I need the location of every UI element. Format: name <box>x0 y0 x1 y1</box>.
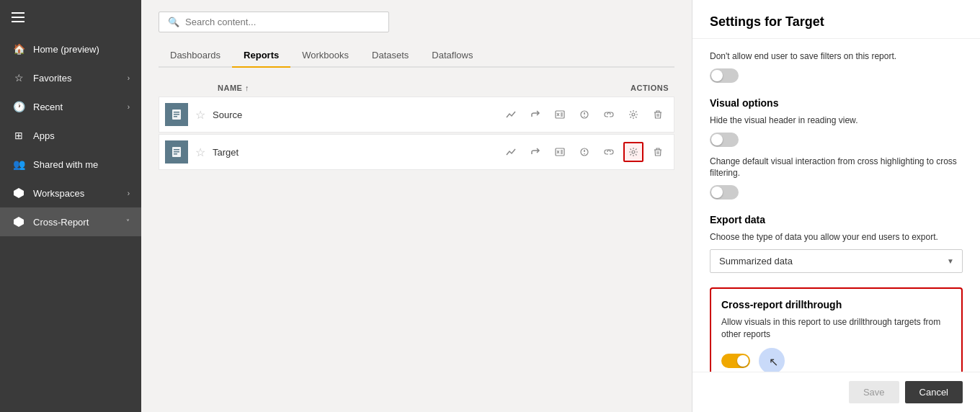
tabs: Dashboards Reports Workbooks Datasets Da… <box>159 44 674 68</box>
sidebar-item-shared[interactable]: 👥 Shared with me <box>0 150 141 179</box>
svg-marker-1 <box>14 217 24 227</box>
cursor-hover-indicator: ↖ <box>759 348 785 372</box>
sidebar: 🏠 Home (preview) ☆ Favorites › 🕐 Recent … <box>0 0 141 412</box>
interaction-toggle-container <box>710 185 963 200</box>
share-action-icon[interactable] <box>525 104 545 125</box>
sidebar-item-cross-report[interactable]: Cross-Report ˅ <box>0 207 141 236</box>
delete-action-icon[interactable] <box>648 142 668 162</box>
sidebar-item-favorites[interactable]: ☆ Favorites › <box>0 63 141 92</box>
link-action-icon[interactable] <box>599 142 619 162</box>
svg-point-26 <box>584 153 585 155</box>
insight-action-icon[interactable] <box>574 142 594 162</box>
sidebar-item-home[interactable]: 🏠 Home (preview) <box>0 35 141 63</box>
tab-datasets[interactable]: Datasets <box>360 44 420 68</box>
cross-report-section: Cross-report drillthrough Allow visuals … <box>710 287 963 372</box>
tab-reports[interactable]: Reports <box>232 44 290 68</box>
settings-header: Settings for Target <box>692 0 980 39</box>
svg-marker-0 <box>14 188 24 198</box>
cross-report-toggle-row: ↖ <box>721 348 951 372</box>
save-button[interactable]: Save <box>849 381 899 403</box>
insight-action-icon[interactable] <box>574 104 594 125</box>
apps-icon: ⊞ <box>12 128 26 143</box>
row-actions <box>501 142 668 162</box>
cancel-button[interactable]: Cancel <box>905 381 963 403</box>
cross-report-toggle[interactable] <box>721 354 750 368</box>
settings-action-icon-highlighted[interactable] <box>623 142 643 162</box>
cross-report-desc: Allow visuals in this report to use dril… <box>721 316 951 341</box>
export-data-title: Export data <box>710 214 963 225</box>
cross-report-title: Cross-report drillthrough <box>721 299 951 310</box>
settings-action-icon[interactable] <box>623 104 643 125</box>
col-actions-header: ACTIONS <box>525 84 669 92</box>
home-icon: 🏠 <box>12 42 26 56</box>
hamburger-menu-icon[interactable] <box>12 12 24 22</box>
svg-rect-18 <box>174 151 179 153</box>
sidebar-item-label: Cross-Report <box>33 217 126 228</box>
sidebar-item-recent[interactable]: 🕐 Recent › <box>0 92 141 121</box>
delete-action-icon[interactable] <box>648 104 668 125</box>
excel-action-icon[interactable] <box>550 142 570 162</box>
settings-title: Settings for Target <box>710 14 963 30</box>
search-input[interactable] <box>185 17 380 27</box>
report-name: Source <box>213 109 501 120</box>
chart-action-icon[interactable] <box>501 142 521 162</box>
table-row[interactable]: ☆ Source <box>159 97 674 133</box>
visual-options-title: Visual options <box>710 97 963 109</box>
export-data-desc: Choose the type of data you allow your e… <box>710 231 963 243</box>
share-action-icon[interactable] <box>525 142 545 162</box>
export-data-select-wrapper: Summarized data Underlying data No data <box>710 249 963 273</box>
favorite-star-icon[interactable]: ☆ <box>195 108 205 122</box>
search-bar[interactable]: 🔍 <box>159 12 389 32</box>
svg-rect-17 <box>174 149 179 151</box>
sidebar-item-label: Recent <box>33 102 128 112</box>
link-action-icon[interactable] <box>599 104 619 125</box>
workspaces-icon <box>12 186 26 200</box>
settings-footer: Save Cancel <box>692 372 980 412</box>
settings-panel: Settings for Target Don't allow end user… <box>692 0 980 412</box>
svg-rect-19 <box>174 153 177 155</box>
chevron-right-icon: › <box>128 189 130 197</box>
table-row[interactable]: ☆ Target <box>159 134 674 170</box>
excel-action-icon[interactable] <box>550 104 570 125</box>
row-actions <box>501 104 668 125</box>
filter-toggle[interactable] <box>710 68 739 83</box>
cursor-icon: ↖ <box>769 355 778 369</box>
export-data-select[interactable]: Summarized data Underlying data No data <box>710 249 963 273</box>
report-name: Target <box>213 147 501 158</box>
svg-rect-6 <box>556 111 564 118</box>
svg-rect-3 <box>174 112 179 113</box>
chevron-right-icon: › <box>128 103 130 111</box>
header-toggle-container <box>710 133 963 147</box>
favorites-icon: ☆ <box>12 71 26 85</box>
header-toggle[interactable] <box>710 133 739 147</box>
sidebar-nav: 🏠 Home (preview) ☆ Favorites › 🕐 Recent … <box>0 35 141 412</box>
tab-dataflows[interactable]: Dataflows <box>420 44 484 68</box>
col-name-header: NAME ↑ <box>218 84 525 92</box>
filter-toggle-container <box>710 68 963 83</box>
chart-action-icon[interactable] <box>501 104 521 125</box>
sidebar-header <box>0 0 141 35</box>
sidebar-item-label: Favorites <box>33 73 128 84</box>
svg-rect-4 <box>174 114 179 115</box>
main-content: 🔍 Dashboards Reports Workbooks Datasets … <box>141 0 692 412</box>
sidebar-item-workspaces[interactable]: Workspaces › <box>0 179 141 207</box>
favorite-star-icon[interactable]: ☆ <box>195 145 205 159</box>
header-toggle-desc: Hide the visual header in reading view. <box>710 115 963 127</box>
tab-workbooks[interactable]: Workbooks <box>290 44 360 68</box>
sidebar-item-apps[interactable]: ⊞ Apps <box>0 121 141 150</box>
tab-dashboards[interactable]: Dashboards <box>159 44 232 68</box>
report-icon <box>165 140 188 164</box>
report-icon <box>165 103 188 126</box>
chevron-right-icon: › <box>128 74 130 82</box>
sidebar-item-label: Workspaces <box>33 188 128 199</box>
visual-options-section: Visual options Hide the visual header in… <box>710 97 963 200</box>
svg-rect-20 <box>556 148 564 156</box>
settings-body: Don't allow end user to save filters on … <box>692 39 980 372</box>
sidebar-item-label: Apps <box>33 130 130 141</box>
filter-section: Don't allow end user to save filters on … <box>710 50 963 83</box>
recent-icon: 🕐 <box>12 99 26 114</box>
shared-icon: 👥 <box>12 157 26 171</box>
interaction-toggle[interactable] <box>710 185 739 200</box>
table-header: NAME ↑ ACTIONS <box>159 79 674 97</box>
svg-point-12 <box>584 116 585 117</box>
